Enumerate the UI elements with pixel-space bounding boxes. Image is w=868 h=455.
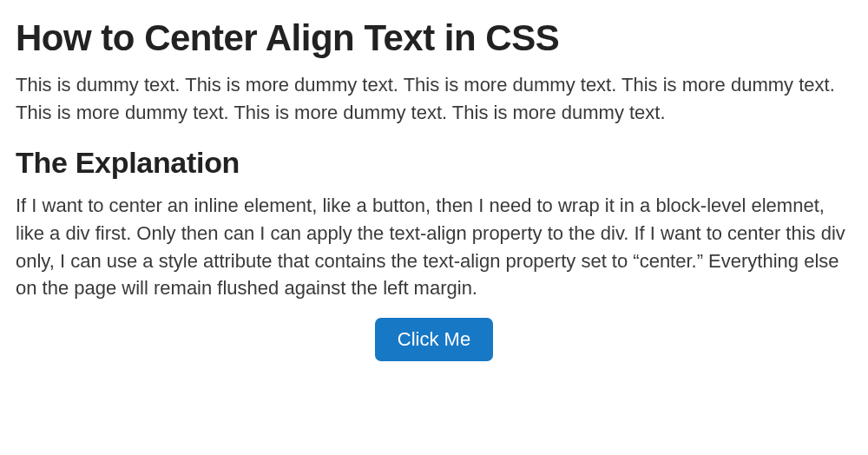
explanation-paragraph: If I want to center an inline element, l… (16, 192, 852, 303)
button-container: Click Me (16, 318, 852, 361)
click-me-button[interactable]: Click Me (375, 318, 493, 361)
page-title: How to Center Align Text in CSS (16, 17, 852, 59)
section-heading: The Explanation (16, 146, 852, 180)
intro-paragraph: This is dummy text. This is more dummy t… (16, 71, 852, 127)
